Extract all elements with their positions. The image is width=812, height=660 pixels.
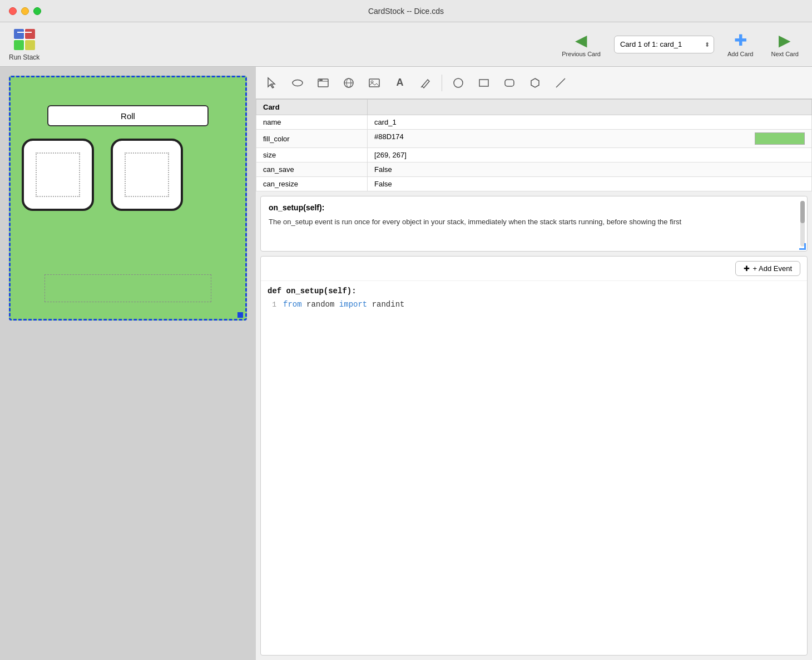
svg-rect-10	[319, 80, 323, 81]
window-controls[interactable]	[9, 7, 41, 15]
add-event-button[interactable]: ✚ + Add Event	[735, 261, 800, 276]
svg-point-17	[454, 78, 463, 87]
dice-container	[22, 139, 183, 211]
svg-line-20	[556, 78, 565, 87]
tool-divider	[442, 75, 442, 91]
prop-value-size[interactable]: [269, 267]	[368, 148, 812, 162]
card-selector-dropdown[interactable]: Card 1 of 1: card_1	[614, 36, 714, 53]
event-panel: on_setup(self): The on_setup event is ru…	[260, 196, 808, 252]
card-corner-indicator	[237, 312, 243, 318]
prop-key-fillcolor: fill_color	[256, 130, 368, 148]
color-swatch[interactable]	[755, 132, 805, 145]
dice-square-1[interactable]	[22, 139, 94, 211]
card-selector-wrapper[interactable]: Card 1 of 1: card_1	[614, 36, 714, 53]
svg-rect-2	[14, 40, 24, 50]
image-tool[interactable]	[363, 71, 386, 95]
prop-col2-header	[368, 100, 812, 115]
title-bar: CardStock -- Dice.cds	[0, 0, 812, 22]
card-text-area[interactable]	[44, 274, 211, 302]
table-row: name card_1	[256, 115, 812, 130]
prop-value-fillcolor[interactable]: #88D174	[368, 130, 812, 148]
line-tool[interactable]	[549, 71, 572, 95]
poly-tool[interactable]	[523, 71, 547, 95]
roundrect-tool[interactable]	[498, 71, 521, 95]
svg-rect-3	[25, 40, 35, 50]
svg-rect-19	[505, 80, 514, 86]
svg-line-16	[421, 86, 422, 87]
card-preview-panel: Roll	[0, 67, 256, 660]
code-line-1: 1 from random import randint	[268, 300, 800, 309]
code-randint: randint	[372, 300, 405, 309]
svg-rect-1	[25, 29, 35, 39]
ellipse-tool[interactable]	[447, 71, 470, 95]
close-button[interactable]	[9, 7, 17, 15]
web-field-tool[interactable]	[337, 71, 360, 95]
code-section: ✚ + Add Event def on_setup(self): 1 from…	[260, 256, 808, 656]
next-card-label: Next Card	[771, 51, 799, 57]
properties-tbody: name card_1 fill_color #88D174 size [269…	[256, 115, 812, 191]
pen-tool[interactable]	[414, 71, 437, 95]
main-toolbar: Run Stack ◀ Previous Card Card 1 of 1: c…	[0, 22, 812, 67]
event-panel-scrollthumb[interactable]	[800, 201, 805, 223]
run-stack-button[interactable]: Run Stack	[9, 28, 39, 61]
prop-key-name: name	[256, 115, 368, 130]
prop-value-canresize[interactable]: False	[368, 177, 812, 191]
svg-rect-14	[369, 79, 379, 87]
svg-rect-0	[14, 29, 24, 39]
prop-value-cansave[interactable]: False	[368, 162, 812, 177]
prop-value-name[interactable]: card_1	[368, 115, 812, 130]
tools-bar: A	[256, 67, 812, 99]
event-panel-corner	[799, 243, 806, 250]
previous-card-icon: ◀	[575, 31, 587, 50]
previous-card-button[interactable]: ◀ Previous Card	[557, 29, 605, 60]
code-header: ✚ + Add Event	[261, 257, 807, 281]
code-body: def on_setup(self): 1 from random import…	[261, 281, 807, 655]
prop-key-canresize: can_resize	[256, 177, 368, 191]
run-stack-label: Run Stack	[9, 53, 39, 61]
next-card-icon: ▶	[779, 31, 791, 50]
run-stack-icon	[13, 28, 36, 51]
oval-tool[interactable]	[286, 71, 309, 95]
text-tool[interactable]: A	[388, 71, 412, 95]
field-tool[interactable]	[311, 71, 335, 95]
roll-button-label: Roll	[121, 111, 135, 121]
code-def-line: def on_setup(self):	[268, 287, 800, 295]
prop-key-size: size	[256, 148, 368, 162]
svg-rect-18	[479, 80, 488, 86]
next-card-button[interactable]: ▶ Next Card	[766, 29, 803, 60]
svg-point-7	[293, 80, 303, 86]
table-row: can_save False	[256, 162, 812, 177]
keyword-import: import	[339, 300, 367, 309]
minimize-button[interactable]	[21, 7, 29, 15]
keyword-from: from	[283, 300, 302, 309]
main-content: Roll	[0, 67, 812, 660]
dice-square-2[interactable]	[111, 139, 183, 211]
prop-key-cansave: can_save	[256, 162, 368, 177]
event-panel-title: on_setup(self):	[269, 203, 799, 212]
prop-col1-header: Card	[256, 100, 368, 115]
line-number-1: 1	[268, 301, 276, 309]
add-card-label: Add Card	[727, 51, 753, 57]
maximize-button[interactable]	[33, 7, 41, 15]
add-card-icon: ✚	[734, 31, 747, 50]
add-event-plus-icon: ✚	[744, 264, 750, 273]
pointer-tool[interactable]	[260, 71, 284, 95]
dice-inner-1	[36, 152, 80, 197]
code-random: random	[306, 300, 339, 309]
table-row: fill_color #88D174	[256, 130, 812, 148]
properties-table: Card name card_1 fill_color #88D174	[256, 99, 812, 191]
right-panel: A	[256, 67, 812, 660]
card-navigation: ◀ Previous Card Card 1 of 1: card_1 ✚ Ad…	[557, 29, 803, 60]
dice-inner-2	[125, 152, 169, 197]
table-row: size [269, 267]	[256, 148, 812, 162]
window-title: CardStock -- Dice.cds	[368, 7, 444, 16]
event-panel-description: The on_setup event is run once for every…	[269, 216, 799, 228]
card-canvas[interactable]: Roll	[9, 76, 247, 321]
rect-tool[interactable]	[472, 71, 496, 95]
event-panel-scrollbar[interactable]	[800, 201, 805, 247]
previous-card-label: Previous Card	[562, 51, 601, 57]
right-panel-inner: Card name card_1 fill_color #88D174	[256, 99, 812, 660]
add-card-button[interactable]: ✚ Add Card	[723, 29, 757, 60]
table-row: can_resize False	[256, 177, 812, 191]
card-roll-button[interactable]: Roll	[47, 105, 209, 126]
